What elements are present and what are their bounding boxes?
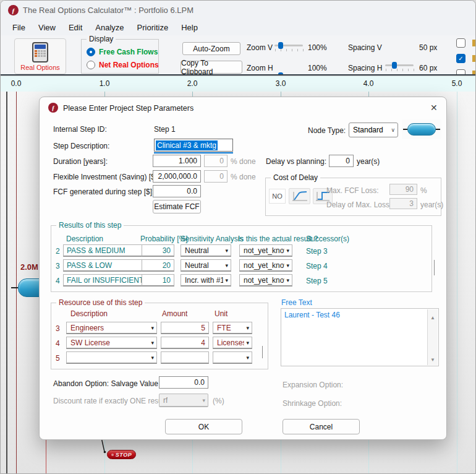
calculator-icon xyxy=(32,42,48,62)
node-type-select[interactable]: Standard xyxy=(349,123,398,137)
node-value-label: 2.0M xyxy=(20,262,38,272)
spacing-v-label: Spacing V xyxy=(348,43,382,52)
zoom-h-label: Zoom H xyxy=(247,64,273,72)
flexible-investment-label: Flexible Investment (Saving) [$]: xyxy=(53,173,159,181)
delay-unit-label: year(s) xyxy=(357,157,380,166)
ruler-tick-3: 3.0 xyxy=(276,79,286,88)
dialog-icon: ƒ xyxy=(48,103,58,113)
free-text-area[interactable]: Laurent - Test 46 xyxy=(281,308,439,366)
resources-scrollbar-thumb[interactable] xyxy=(262,346,263,358)
result-actual-select[interactable]: not_yet_known xyxy=(239,244,292,257)
menu-view[interactable]: View xyxy=(34,21,64,34)
stop-node[interactable]: STOP xyxy=(107,450,136,459)
flexible-investment-input[interactable]: 2,000,000.0 xyxy=(153,170,201,183)
auto-zoom-button[interactable]: Auto-Zoom xyxy=(182,42,240,55)
resource-unit-select[interactable] xyxy=(213,351,252,364)
zoom-v-slider[interactable] xyxy=(274,41,303,51)
close-icon[interactable]: ✕ xyxy=(430,103,438,113)
dialog-title: Please Enter Project Step Parameters xyxy=(63,104,193,113)
resource-amount-input[interactable]: 4 xyxy=(161,337,209,349)
step-description-label: Step Description: xyxy=(53,142,109,150)
ramp-curve-button[interactable] xyxy=(289,188,310,204)
abandon-salvage-input[interactable]: 0.0 xyxy=(159,376,208,389)
node-shape-button[interactable] xyxy=(402,119,441,139)
window-title: The Real Options Calculator™ : Portfolio… xyxy=(23,6,193,15)
menu-edit[interactable]: Edit xyxy=(64,21,91,34)
investment-done-label: % done xyxy=(231,173,256,181)
free-text-scrollbar[interactable] xyxy=(427,309,438,365)
duration-input[interactable]: 1.000 xyxy=(153,155,201,167)
scroll-down-icon[interactable] xyxy=(430,353,435,364)
result-sensitivity-select[interactable]: Neutral xyxy=(181,259,231,272)
investment-done-input[interactable]: 0 xyxy=(204,170,227,183)
cancel-button[interactable]: Cancel xyxy=(283,419,360,434)
result-probability-input[interactable]: 10 xyxy=(142,274,174,287)
result-description-input[interactable]: PASS & LOW xyxy=(63,259,155,272)
fcf-input[interactable]: 0.0 xyxy=(153,185,201,197)
copy-to-clipboard-button[interactable]: Copy To Clipboard xyxy=(181,61,242,74)
result-successor: Step 5 xyxy=(306,277,328,285)
resource-unit-select[interactable]: FTE xyxy=(213,322,252,334)
stop-label: STOP xyxy=(116,452,132,458)
fcf-label: FCF generated during step [$]: xyxy=(53,187,154,196)
cost-of-delay-no-button[interactable]: NO xyxy=(269,189,286,204)
resource-description-select[interactable]: Engineers xyxy=(66,322,157,334)
focus-underline xyxy=(154,152,233,153)
resource-description-select[interactable]: SW License xyxy=(66,337,157,349)
scroll-up-icon[interactable] xyxy=(430,311,435,322)
resource-amount-input[interactable] xyxy=(161,351,209,364)
clipped-label-1 xyxy=(472,40,476,46)
ruler-tick-2: 2.0 xyxy=(187,79,198,88)
results-header-description: Description xyxy=(66,235,103,243)
ok-button[interactable]: OK xyxy=(165,419,242,434)
radio-free-cash-flows[interactable]: Free Cash Flows xyxy=(87,48,158,56)
result-actual-select[interactable]: not_yet_known xyxy=(239,274,292,287)
estimate-fcf-button[interactable]: Estimate FCF xyxy=(153,200,201,213)
resource-description-select[interactable] xyxy=(66,351,157,364)
discount-rate-select: rf xyxy=(159,394,208,407)
gridline-5 xyxy=(457,92,457,474)
cost-of-delay-title: Cost of Delay xyxy=(271,173,320,182)
clipped-label-2 xyxy=(472,55,476,62)
delay-vs-planning-input[interactable]: 0 xyxy=(329,155,354,167)
duration-done-input[interactable]: 0 xyxy=(204,155,227,167)
results-header-successor: Successor(s) xyxy=(306,235,349,243)
result-sensitivity-select[interactable]: Neutral xyxy=(181,244,231,257)
resource-amount-input[interactable]: 5 xyxy=(161,322,209,334)
toolbar: Real Options Display Free Cash Flows Net… xyxy=(1,35,476,75)
result-probability-input[interactable]: 20 xyxy=(142,259,174,272)
menu-file[interactable]: File xyxy=(8,21,34,34)
result-description-input[interactable]: FAIL or INSUFFICIENT xyxy=(63,274,155,287)
result-successor: Step 3 xyxy=(306,247,328,256)
result-sensitivity-select[interactable]: Incr. with #1 xyxy=(181,274,231,287)
tree-axis-line xyxy=(6,92,7,474)
checkbox-1[interactable] xyxy=(456,38,465,48)
node-type-label: Node Type: xyxy=(308,126,346,135)
menu-help[interactable]: Help xyxy=(177,21,206,34)
spacing-h-label: Spacing H xyxy=(348,64,382,72)
display-group: Display Free Cash Flows Net Real Options xyxy=(81,39,159,74)
spacing-v-slider[interactable] xyxy=(385,61,414,71)
result-probability-input[interactable]: 30 xyxy=(142,244,174,257)
internal-step-id-value: Step 1 xyxy=(154,125,176,134)
radio-unselected-icon xyxy=(87,61,95,69)
ruler-tick-0: 0.0 xyxy=(11,79,22,88)
node-left-tick-icon xyxy=(403,129,407,130)
result-description-input[interactable]: PASS & MEDIUM xyxy=(63,244,155,257)
step-description-input[interactable]: Clinical #3 & mktg xyxy=(154,139,233,152)
menu-prioritize[interactable]: Prioritize xyxy=(133,21,177,34)
zoom-h-value: 100% xyxy=(308,64,327,72)
radio-net-real-options[interactable]: Net Real Options xyxy=(87,61,159,69)
menu-analyze[interactable]: Analyze xyxy=(91,21,132,34)
discount-rate-unit: (%) xyxy=(213,397,224,405)
checkbox-2-checked[interactable] xyxy=(456,54,465,63)
result-row-num: 4 xyxy=(56,277,60,285)
app-window: ƒ The Real Options Calculator™ : Portfol… xyxy=(0,0,476,474)
radio-selected-icon xyxy=(87,48,95,56)
title-bar: ƒ The Real Options Calculator™ : Portfol… xyxy=(1,1,476,19)
real-options-button[interactable]: Real Options xyxy=(14,38,66,74)
result-actual-select[interactable]: not_yet_known xyxy=(239,259,292,272)
resource-unit-select[interactable]: Licenses xyxy=(213,337,252,349)
results-header-sensitivity: Sensitivity Analysis xyxy=(181,235,243,243)
results-scrollbar-thumb[interactable] xyxy=(434,260,435,275)
